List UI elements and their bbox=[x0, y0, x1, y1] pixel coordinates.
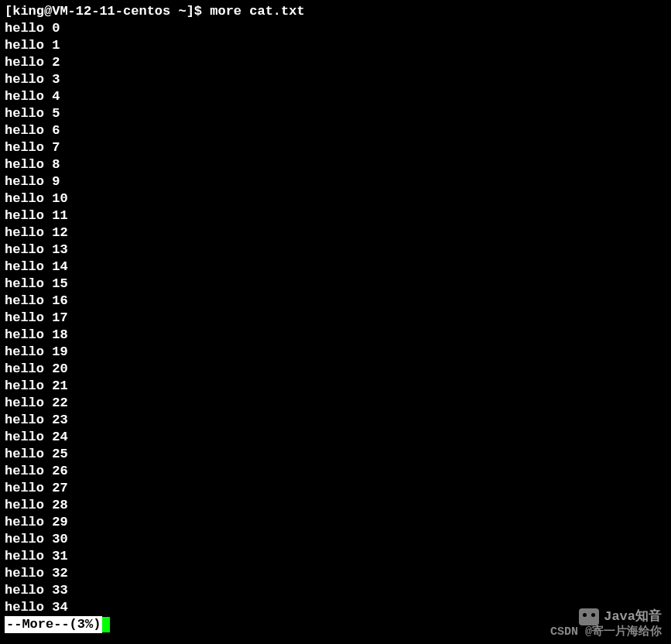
output-line: hello 21 bbox=[5, 378, 666, 395]
output-line: hello 1 bbox=[5, 37, 666, 54]
output-line: hello 26 bbox=[5, 463, 666, 480]
terminal-output[interactable]: [king@VM-12-11-centos ~]$ more cat.txt h… bbox=[0, 0, 671, 636]
output-line: hello 14 bbox=[5, 259, 666, 276]
output-line: hello 3 bbox=[5, 71, 666, 88]
output-line: hello 18 bbox=[5, 327, 666, 344]
output-line: hello 10 bbox=[5, 190, 666, 207]
output-line: hello 8 bbox=[5, 156, 666, 173]
output-line: hello 4 bbox=[5, 88, 666, 105]
output-line: hello 15 bbox=[5, 276, 666, 293]
output-line: hello 0 bbox=[5, 20, 666, 37]
output-line: hello 12 bbox=[5, 224, 666, 242]
output-line: hello 32 bbox=[5, 565, 666, 582]
wechat-icon bbox=[579, 608, 599, 625]
output-line: hello 33 bbox=[5, 582, 666, 599]
output-line: hello 27 bbox=[5, 480, 666, 497]
watermark-csdn: CSDN @寄一片海给你 bbox=[550, 624, 662, 641]
output-line: hello 17 bbox=[5, 310, 666, 327]
output-line: hello 34 bbox=[5, 599, 666, 616]
watermark-java: Java知音 bbox=[579, 608, 662, 625]
cursor-icon bbox=[102, 617, 110, 632]
output-line: hello 16 bbox=[5, 293, 666, 310]
file-content: hello 0hello 1hello 2hello 3hello 4hello… bbox=[5, 20, 666, 616]
output-line: hello 9 bbox=[5, 173, 666, 190]
output-line: hello 19 bbox=[5, 344, 666, 361]
output-line: hello 2 bbox=[5, 54, 666, 71]
output-line: hello 29 bbox=[5, 514, 666, 531]
output-line: hello 20 bbox=[5, 361, 666, 378]
output-line: hello 13 bbox=[5, 242, 666, 259]
command-prompt: [king@VM-12-11-centos ~]$ more cat.txt bbox=[5, 3, 666, 20]
output-line: hello 31 bbox=[5, 548, 666, 565]
output-line: hello 7 bbox=[5, 139, 666, 156]
output-line: hello 22 bbox=[5, 395, 666, 412]
output-line: hello 24 bbox=[5, 429, 666, 446]
more-progress-text: --More--(3%) bbox=[5, 616, 102, 633]
output-line: hello 5 bbox=[5, 105, 666, 122]
output-line: hello 25 bbox=[5, 446, 666, 463]
watermark-text-1: Java知音 bbox=[604, 608, 662, 625]
output-line: hello 30 bbox=[5, 531, 666, 548]
output-line: hello 11 bbox=[5, 207, 666, 224]
output-line: hello 6 bbox=[5, 122, 666, 139]
output-line: hello 23 bbox=[5, 412, 666, 429]
output-line: hello 28 bbox=[5, 497, 666, 514]
